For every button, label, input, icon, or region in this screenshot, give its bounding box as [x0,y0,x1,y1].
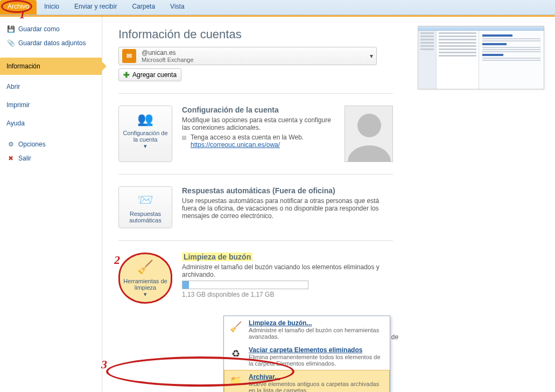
sidebar-label: Información [6,62,40,70]
section-description: Use respuestas automáticas para notifica… [182,197,393,220]
tab-carpeta[interactable]: Carpeta [124,0,163,15]
profile-avatar-placeholder [345,106,393,162]
tab-vista[interactable]: Vista [163,0,192,15]
ribbon-tabs: Archivo Inicio Enviar y recibir Carpeta … [0,0,555,15]
sidebar-save-as[interactable]: 💾 Guardar como [0,22,102,36]
chevron-down-icon: ▾ [370,52,373,60]
sidebar-save-attachments[interactable]: 📎 Guardar datos adjuntos [0,36,102,50]
section-heading: Configuración de la cuenta [182,106,335,114]
mailbox-usage-bar [182,281,308,289]
sidebar-label: Guardar como [18,25,60,33]
section-heading: Limpieza de buzón [182,253,252,261]
sidebar-open[interactable]: Abrir [0,80,102,93]
section-mailbox-cleanup: 🧹 Herramientas de limpieza ▾ Limpieza de… [118,253,393,304]
divider [118,93,393,94]
sidebar-label: Guardar datos adjuntos [18,39,86,47]
dropdown-item-desc: Mueve elementos antiguos a carpetas arch… [249,381,385,392]
auto-replies-icon: 📨 [121,191,170,208]
chevron-down-icon: ▾ [122,291,168,298]
sidebar-label: Imprimir [6,101,30,109]
bullet-icon [182,136,186,140]
dropdown-item-title: Vaciar carpeta Elementos eliminados [249,346,385,354]
section-account-config: 👥 Configuración de la cuenta ▾ Configura… [118,106,393,162]
sidebar-label: Salir [18,155,31,162]
exchange-icon: ✉ [122,49,136,63]
auto-replies-button[interactable]: 📨 Respuestas automáticas [118,186,172,228]
attachment-icon: 📎 [6,39,15,47]
cleanup-tools-label: Herramientas de limpieza [122,278,168,291]
add-account-button[interactable]: ✚ Agregar cuenta [118,68,181,81]
recycle-icon: ♻ [228,346,243,361]
dropdown-item-empty-deleted[interactable]: ♻ Vaciar carpeta Elementos eliminados El… [224,343,390,370]
sidebar-help[interactable]: Ayuda [0,117,102,130]
cleanup-dropdown: 🧹 Limpieza de buzón... Administre el tam… [223,316,390,392]
divider [118,174,393,174]
exit-icon: ✖ [6,154,15,163]
config-account-button[interactable]: 👥 Configuración de la cuenta ▾ [118,106,172,162]
section-description: Administre el tamaño del buzón vaciando … [182,263,393,278]
sidebar-options[interactable]: ⚙ Opciones [0,137,102,151]
section-auto-replies: 📨 Respuestas automáticas Respuestas auto… [118,186,393,228]
cleanup-tools-button[interactable]: 🧹 Herramientas de limpieza ▾ [118,253,172,304]
cleanup-tools-icon: 🧹 [122,258,168,276]
owa-link[interactable]: https://correouc.unican.es/owa/ [191,141,280,149]
dropdown-item-title: Limpieza de buzón... [249,319,385,327]
mailbox-cleanup-icon: 🧹 [228,319,243,334]
tab-enviar-recibir[interactable]: Enviar y recibir [67,0,124,15]
sidebar-label: Opciones [18,141,46,148]
plus-icon: ✚ [123,71,130,79]
account-type: Microsoft Exchange [142,57,194,63]
auto-replies-label: Respuestas automáticas [121,211,170,223]
sidebar-print[interactable]: Imprimir [0,99,102,111]
archive-icon: 📁 [228,373,243,388]
mailbox-usage-text: 1,13 GB disponibles de 1,17 GB [182,291,393,298]
dropdown-item-mailbox-cleanup[interactable]: 🧹 Limpieza de buzón... Administre el tam… [224,316,390,343]
chevron-down-icon: ▾ [121,143,170,150]
section-description: Modifique las opciones para esta cuenta … [182,116,335,131]
sidebar-label: Ayuda [6,120,25,127]
bullet-text: Tenga acceso a esta cuenta en la Web. [191,134,304,141]
sidebar-exit[interactable]: ✖ Salir [0,151,102,165]
dropdown-item-desc: Administre el tamaño del buzón con herra… [249,327,385,340]
account-email: @unican.es [142,49,194,57]
sidebar-label: Abrir [6,83,20,90]
config-account-icon: 👥 [121,110,170,128]
config-button-label: Configuración de la cuenta [121,130,170,143]
dropdown-item-archive[interactable]: 📁 Archivar... Mueve elementos antiguos a… [224,370,390,392]
tab-archivo[interactable]: Archivo [0,0,37,15]
tab-inicio[interactable]: Inicio [37,0,67,15]
add-account-label: Agregar cuenta [132,71,177,79]
backstage-sidebar: 💾 Guardar como 📎 Guardar datos adjuntos … [0,17,102,392]
dropdown-item-desc: Elimina permanentemente todos los elemen… [249,354,385,367]
account-selector[interactable]: ✉ @unican.es Microsoft Exchange ▾ [118,47,377,65]
options-icon: ⚙ [6,140,15,149]
dropdown-item-title: Archivar... [249,373,385,381]
divider [118,240,393,241]
sidebar-information[interactable]: Información [0,58,102,75]
save-as-icon: 💾 [6,25,15,33]
section-heading: Respuestas automáticas (Fuera de oficina… [182,186,393,195]
preview-thumbnail [418,26,544,89]
